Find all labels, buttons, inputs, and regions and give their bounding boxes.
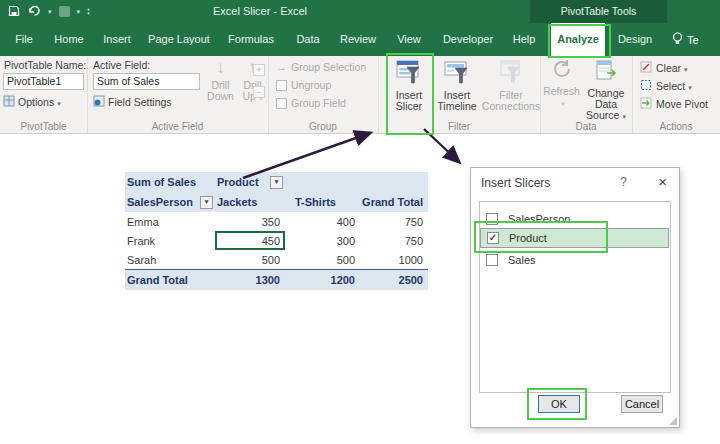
pivot-table: Sum of Sales Product SalesPerson Jackets… bbox=[125, 172, 428, 290]
tell-me-label: Te bbox=[687, 34, 699, 46]
pivot-cell[interactable]: 500 bbox=[215, 250, 285, 270]
drill-down-icon: ↓ bbox=[216, 59, 225, 77]
sales-checkbox[interactable] bbox=[486, 254, 498, 266]
refresh-icon bbox=[551, 59, 573, 83]
resize-grip-icon[interactable] bbox=[669, 417, 677, 425]
group-label-filter: Filter bbox=[378, 121, 540, 132]
pivottable-name-input[interactable]: PivotTable1 bbox=[3, 73, 84, 90]
group-label-actions: Actions bbox=[632, 121, 720, 132]
pivot-header-grand-total[interactable]: Grand Total bbox=[360, 192, 428, 212]
pivot-corner-cell[interactable]: Sum of Sales bbox=[125, 172, 215, 192]
pivot-row-sarah: Sarah 500 500 1000 bbox=[125, 250, 428, 270]
pivot-cell[interactable]: Sarah bbox=[125, 250, 215, 270]
pivot-cell[interactable]: Emma bbox=[125, 212, 215, 231]
product-checkbox[interactable]: ✓ bbox=[487, 232, 499, 244]
pivot-cell[interactable]: Frank bbox=[125, 231, 215, 250]
pivot-cell[interactable]: 1200 bbox=[285, 270, 360, 291]
tab-review[interactable]: Review bbox=[334, 23, 382, 56]
help-icon[interactable]: ? bbox=[620, 175, 627, 189]
active-field-input[interactable]: Sum of Sales bbox=[93, 73, 200, 90]
pivot-col-field-cell[interactable]: Product bbox=[215, 172, 285, 192]
ungroup-button: Ungroup bbox=[276, 79, 331, 91]
field-settings-button[interactable]: Field Settings bbox=[93, 95, 172, 109]
ribbon-group-actions: Clear Select Move Pivot Actions bbox=[632, 56, 720, 133]
options-label: Options bbox=[18, 96, 61, 108]
active-field-label: Active Field: bbox=[93, 59, 150, 71]
move-pivottable-button[interactable]: Move Pivot bbox=[640, 97, 708, 111]
group-label-active-field: Active Field bbox=[87, 121, 268, 132]
tab-formulas[interactable]: Formulas bbox=[220, 23, 282, 56]
ribbon-group-active-field: Active Field: Sum of Sales Field Setting… bbox=[87, 56, 269, 133]
dialog-title: Insert Slicers bbox=[481, 176, 550, 190]
change-data-source-button[interactable]: Change Data Source bbox=[581, 57, 631, 122]
select-button[interactable]: Select bbox=[640, 79, 692, 93]
tab-design[interactable]: Design bbox=[611, 23, 659, 56]
tab-page-layout[interactable]: Page Layout bbox=[144, 23, 214, 56]
tab-insert[interactable]: Insert bbox=[96, 23, 138, 56]
tab-developer[interactable]: Developer bbox=[436, 23, 500, 56]
field-item-product[interactable]: ✓ Product bbox=[480, 228, 669, 248]
close-icon[interactable]: × bbox=[658, 173, 667, 190]
selected-cell[interactable]: 450 bbox=[215, 231, 285, 250]
group-label-data: Data bbox=[540, 121, 632, 132]
ok-button[interactable]: OK bbox=[538, 395, 580, 413]
pivot-header-cell[interactable] bbox=[360, 172, 428, 192]
group-field-icon bbox=[276, 98, 287, 109]
field-label: SalesPerson bbox=[508, 213, 570, 225]
pivot-cell[interactable]: Grand Total bbox=[125, 270, 215, 291]
refresh-button: Refresh bbox=[544, 57, 579, 109]
group-field-button: Group Field bbox=[276, 97, 346, 109]
insert-slicer-button[interactable]: Insert Slicer bbox=[388, 57, 430, 112]
field-label: Sales bbox=[508, 254, 536, 266]
product-filter-dropdown[interactable] bbox=[270, 176, 283, 189]
pivot-header-cell[interactable] bbox=[285, 172, 360, 192]
field-settings-icon bbox=[93, 95, 105, 109]
pivot-cell[interactable]: 1300 bbox=[215, 270, 285, 291]
tab-help[interactable]: Help bbox=[506, 23, 542, 56]
window-title: Excel Slicer - Excel bbox=[185, 0, 335, 23]
ribbon-tab-row: File Home Insert Page Layout Formulas Da… bbox=[0, 23, 720, 56]
ribbon-group-group: → Group Selection Ungroup Group Field Gr… bbox=[268, 56, 379, 133]
salesperson-filter-dropdown[interactable] bbox=[200, 196, 213, 209]
tab-home[interactable]: Home bbox=[48, 23, 90, 56]
tab-data[interactable]: Data bbox=[288, 23, 328, 56]
salesperson-checkbox[interactable] bbox=[486, 213, 498, 225]
clear-button[interactable]: Clear bbox=[640, 61, 688, 75]
pivot-header-tshirts[interactable]: T-Shirts bbox=[285, 192, 360, 212]
tab-file[interactable]: File bbox=[8, 23, 40, 56]
expand-field-icon: + bbox=[253, 64, 265, 76]
pivot-cell[interactable]: 750 bbox=[360, 231, 428, 250]
ribbon-group-data: Refresh Change Data Source Data bbox=[540, 56, 633, 133]
pivot-cell[interactable]: 400 bbox=[285, 212, 360, 231]
cancel-button[interactable]: Cancel bbox=[621, 395, 663, 413]
tab-analyze[interactable]: Analyze bbox=[551, 23, 605, 56]
check-mark: ✓ bbox=[489, 233, 497, 243]
drill-down-button: ↓ Drill Down bbox=[205, 57, 236, 102]
excel-window: ▾ ▾ ∶ Excel Slicer - Excel PivotTable To… bbox=[0, 0, 720, 444]
field-item-salesperson[interactable]: SalesPerson bbox=[480, 209, 669, 229]
clear-icon bbox=[640, 61, 652, 75]
pivot-row-field-cell[interactable]: SalesPerson bbox=[125, 192, 215, 212]
title-bar: ▾ ▾ ∶ Excel Slicer - Excel PivotTable To… bbox=[0, 0, 720, 23]
insert-timeline-button[interactable]: Insert Timeline bbox=[433, 57, 481, 112]
pivot-cell[interactable]: 500 bbox=[285, 250, 360, 270]
pivot-cell[interactable]: 2500 bbox=[360, 270, 428, 291]
pivot-cell[interactable]: 1000 bbox=[360, 250, 428, 270]
field-item-sales[interactable]: Sales bbox=[480, 250, 669, 270]
pivot-row-frank: Frank 450 300 750 bbox=[125, 231, 428, 250]
group-label-group: Group bbox=[268, 121, 378, 132]
save-icon[interactable] bbox=[8, 3, 20, 21]
pivot-header-jackets[interactable]: Jackets bbox=[215, 192, 285, 212]
tell-me-box[interactable]: Te bbox=[672, 23, 699, 56]
tab-view[interactable]: View bbox=[390, 23, 428, 56]
group-selection-icon: → bbox=[276, 62, 287, 73]
options-button[interactable]: Options bbox=[3, 95, 61, 109]
undo-dropdown-icon[interactable]: ▾ bbox=[48, 8, 52, 16]
customize-qat-icon[interactable]: ∶ bbox=[87, 6, 90, 17]
ribbon-group-pivottable: PivotTable Name: PivotTable1 Options Piv… bbox=[0, 56, 88, 133]
undo-icon[interactable] bbox=[27, 3, 41, 21]
pivot-cell[interactable]: 750 bbox=[360, 212, 428, 231]
redo-icon bbox=[59, 6, 70, 17]
pivot-cell[interactable]: 350 bbox=[215, 212, 285, 231]
pivot-cell[interactable]: 300 bbox=[285, 231, 360, 250]
